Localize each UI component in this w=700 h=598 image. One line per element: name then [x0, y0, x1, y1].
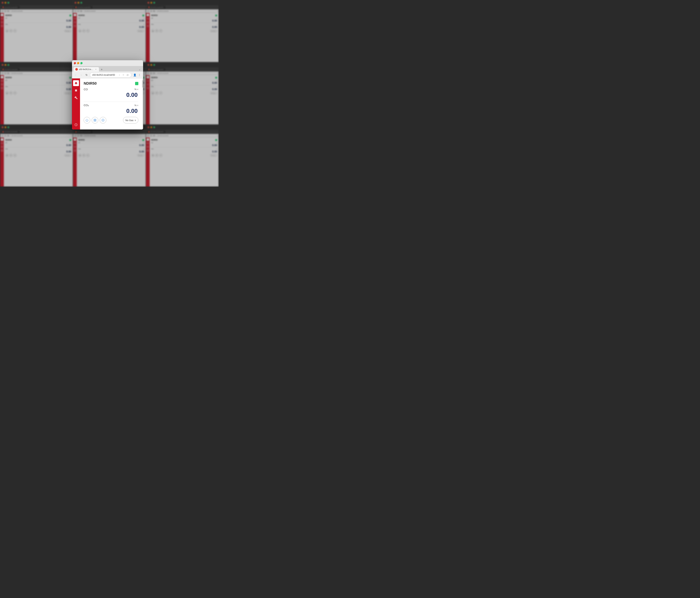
chart-icon: [74, 89, 78, 92]
bg-co-label-7: CO: [5, 142, 7, 143]
bg-sidebar-home-4: [1, 76, 3, 78]
bg-co2-label-4: CO₂: [5, 86, 8, 87]
bg-ctrl-c-1: ⊕: [13, 29, 17, 32]
bg-co-label-4: CO: [5, 80, 7, 81]
maximize-icon: □: [80, 63, 81, 65]
share-button[interactable]: ↑: [118, 73, 121, 77]
new-tab-button[interactable]: +: [100, 68, 104, 71]
bg-co-label-9: CO: [151, 142, 153, 143]
bg-content-4: NDIR50 CO % 0.00 CO₂ % 0.00 ⏻ ⊞ ⊕: [0, 75, 73, 124]
bg-co2-unit-3: %: [216, 24, 217, 25]
bg-dot-close-6: [148, 64, 149, 66]
bg-gas-4: No Gas ∨: [64, 92, 71, 94]
bg-sensor-row-co-3: CO %: [151, 18, 217, 19]
sidebar-wrench-button[interactable]: [73, 95, 79, 101]
bg-dot-max-7: [7, 126, 9, 128]
bg-sensor-row-co2-7: CO₂ %: [5, 148, 71, 150]
bg-app-title-7: NDIR50: [5, 139, 12, 141]
bg-url-6: s50-9e3f13.local/ndir50: [156, 72, 218, 75]
settings-button[interactable]: [92, 117, 98, 123]
bg-sensor-row-co-9: CO %: [151, 142, 217, 143]
bg-ctrl-s-7: ⊞: [9, 154, 12, 157]
bg-ref-1: ↻: [7, 10, 9, 12]
bg-sidebar-clock-1: [1, 25, 3, 27]
bg-status-8: [142, 139, 144, 141]
bg-sidebar-clock-4: [1, 87, 3, 89]
bg-status-3: [215, 15, 217, 17]
toolbar-right-buttons: 👤 ⋮: [132, 73, 142, 77]
bg-sensor-row-co2-4: CO₂ %: [5, 86, 71, 87]
bg-tab-bar-6: s50-9e3f13.local/ndir50: [146, 68, 219, 71]
bg-co-unit-4: %: [70, 80, 71, 81]
maximize-window-button[interactable]: □: [80, 62, 82, 64]
co-unit-selector[interactable]: % ∨: [134, 88, 139, 91]
bg-url-3: s50-9e3f13.local/ndir50: [156, 10, 218, 13]
bg-url-9: s50-9e3f13.local/ndir50: [156, 135, 218, 137]
bg-co-value-9: 0.00: [151, 144, 217, 147]
bg-sidebar-home-6: [147, 76, 149, 78]
sidebar-chart-button[interactable]: [73, 88, 79, 93]
browser-menu-button[interactable]: ⋮: [137, 73, 142, 77]
power-button[interactable]: [84, 117, 90, 123]
bg-co-label-1: CO: [5, 18, 7, 19]
bg-gas-6: No Gas ∨: [210, 92, 217, 94]
bg-ctrl-s-8: ⊞: [82, 154, 85, 157]
sidebar-home-button[interactable]: [73, 80, 79, 86]
url-icon-group: ↑ ☆ ⬜: [118, 73, 129, 77]
bg-ctrl-c-6: ⊕: [159, 91, 162, 95]
tab-menu-button[interactable]: ⌄: [138, 68, 142, 71]
refresh-button[interactable]: ↻: [84, 73, 89, 77]
minimize-window-button[interactable]: −: [77, 62, 79, 64]
reader-mode-button[interactable]: ⬜: [126, 73, 129, 77]
bg-sidebar-clock-6: [147, 87, 149, 89]
bg-tab-text-8: s50-9e3f13.local/ndir50: [77, 131, 91, 133]
bg-ctrl-c-4: ⊕: [13, 91, 17, 95]
bg-ref-6: ↻: [153, 72, 155, 74]
bg-ctrl-power-3: ⏻: [151, 29, 154, 32]
bg-sidebar-settings-2: [74, 21, 76, 24]
gas-selector[interactable]: No Gas ∨: [123, 117, 139, 123]
url-bar[interactable]: s50-9e3f13.local/ndir50 ↑ ☆ ⬜: [90, 72, 131, 77]
svg-rect-1: [94, 119, 95, 120]
bg-back-8: ←: [74, 135, 76, 137]
bg-sensor-row-co-7: CO %: [5, 142, 71, 143]
bg-favicon-3: [148, 6, 150, 8]
bg-sidebar-chart-6: [147, 79, 149, 82]
tab-close-button[interactable]: ×: [95, 68, 97, 71]
new-tab-icon: +: [101, 68, 102, 71]
bg-co2-value-7: 0.00: [5, 150, 71, 153]
co2-unit-selector[interactable]: % ∨: [134, 104, 139, 107]
sidebar-clock-button[interactable]: [73, 122, 79, 128]
close-window-button[interactable]: ×: [74, 62, 76, 64]
bookmark-button[interactable]: ☆: [122, 73, 125, 77]
bg-ref-2: ↻: [80, 10, 82, 12]
bg-ctrl-s-2: ⊞: [82, 29, 85, 32]
scrollbar[interactable]: [142, 78, 143, 129]
bg-content-9: NDIR50 CO % 0.00 CO₂ % 0.00 ⏻ ⊞ ⊕: [146, 138, 219, 187]
bg-url-text-1: s50-9e3f13.local/ndir50: [11, 10, 23, 12]
calibrate-button[interactable]: [100, 117, 106, 123]
bg-content-1: NDIR50 CO % 0.00 CO₂ % 0.00 ⏻ ⊞ ⊕: [0, 13, 73, 62]
bg-tab-7: s50-9e3f13.local/ndir50: [1, 130, 20, 133]
bg-tab-6: s50-9e3f13.local/ndir50: [147, 68, 165, 71]
active-tab[interactable]: s50-9e3f13.local/ndir50 ×: [73, 67, 99, 71]
wrench-icon: [74, 96, 78, 99]
bg-status-1: [70, 15, 71, 17]
bg-tab-text-4: s50-9e3f13.local/ndir50: [4, 69, 18, 70]
bg-co2-unit-7: %: [70, 148, 71, 149]
profile-button[interactable]: 👤: [132, 73, 137, 77]
bg-app-title-1: NDIR50: [5, 15, 12, 17]
bg-favicon-2: [75, 6, 77, 8]
back-button[interactable]: ←: [73, 73, 78, 77]
bg-ctrl-s-4: ⊞: [9, 91, 12, 95]
scrollbar-thumb[interactable]: [142, 80, 143, 88]
bg-sidebar-chart-9: [147, 142, 149, 144]
forward-button[interactable]: →: [79, 73, 83, 77]
bg-co-label-6: CO: [151, 80, 153, 81]
bg-co2-label-6: CO₂: [151, 86, 154, 87]
bg-ctrl-s-3: ⊞: [155, 29, 158, 32]
bg-favicon-1: [2, 6, 4, 8]
url-text: s50-9e3f13.local/ndir50: [92, 74, 117, 76]
bg-app-title-9: NDIR50: [151, 139, 158, 141]
bg-dot-max-9: [153, 126, 155, 128]
